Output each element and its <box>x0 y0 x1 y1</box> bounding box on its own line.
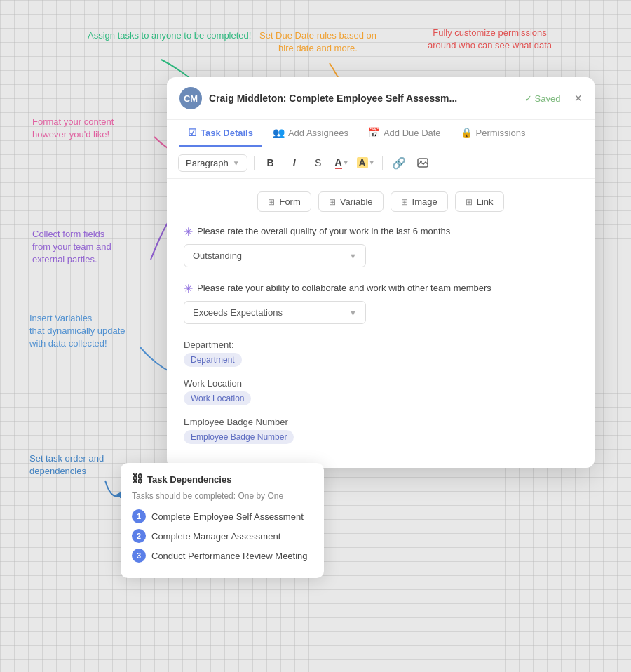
strikethrough-button[interactable]: S <box>308 153 328 173</box>
form-question-1: ✳ Please rate the overall quality of you… <box>184 226 578 238</box>
bold-button[interactable]: B <box>261 153 280 173</box>
insert-bar: ⊞ Form ⊞ Variable ⊞ Image ⊞ Link <box>184 191 578 212</box>
variable-tag-location[interactable]: Work Location <box>184 391 251 405</box>
chevron-down-icon: ▼ <box>233 159 240 167</box>
task-deps-header: ⛓ Task Dependencies <box>132 473 313 485</box>
form-section-2: ✳ Please rate your ability to collaborat… <box>184 283 578 324</box>
form-question-2: ✳ Please rate your ability to collaborat… <box>184 283 578 295</box>
paragraph-select[interactable]: Paragraph ▼ <box>178 154 247 172</box>
chevron-down-icon: ▼ <box>343 159 349 166</box>
task-dep-item-2: 2 Complete Manager Assessment <box>132 529 313 543</box>
required-asterisk-1: ✳ <box>184 225 193 238</box>
form-section-1: ✳ Please rate the overall quality of you… <box>184 226 578 267</box>
task-deps-subtitle: Tasks should be completed: One by One <box>132 491 313 501</box>
modal-title: Craig Middleton: Complete Employee Self … <box>209 93 517 104</box>
variable-label-badge: Employee Badge Number <box>184 417 578 427</box>
insert-image-icon: ⊞ <box>401 197 408 207</box>
highlight-a-button[interactable]: A ▼ <box>356 153 376 173</box>
image-button[interactable] <box>413 153 433 173</box>
due-date-icon: 📅 <box>368 127 380 138</box>
tab-add-due-date[interactable]: 📅 Add Due Date <box>360 120 449 147</box>
modal-content: ⊞ Form ⊞ Variable ⊞ Image ⊞ Link ✳ Pleas… <box>167 179 595 468</box>
variable-label-location: Work Location <box>184 378 578 389</box>
chevron-down-icon: ▼ <box>369 159 375 166</box>
annotation-set-due-date: Set Due Date rules based onhire date and… <box>259 29 376 55</box>
modal-tabs: ☑ Task Details 👥 Add Assignees 📅 Add Due… <box>167 120 595 147</box>
tab-task-details[interactable]: ☑ Task Details <box>179 120 262 147</box>
variable-section-location: Work Location Work Location <box>184 378 578 405</box>
variable-label-department: Department: <box>184 340 578 350</box>
annotation-variables: Insert Variablesthat dynamically updatew… <box>29 312 125 351</box>
task-dependencies-panel: ⛓ Task Dependencies Tasks should be comp… <box>121 463 324 578</box>
variable-section-badge: Employee Badge Number Employee Badge Num… <box>184 417 578 444</box>
annotation-task-order: Set task order anddependencies <box>29 452 104 478</box>
form-select-1[interactable]: Outstanding ▼ <box>184 244 366 267</box>
variable-icon: ⊞ <box>329 197 336 207</box>
tab-add-assignees[interactable]: 👥 Add Assignees <box>264 120 357 147</box>
chevron-down-icon: ▼ <box>349 309 357 317</box>
required-asterisk-2: ✳ <box>184 282 193 295</box>
link-button[interactable]: 🔗 <box>389 153 409 173</box>
task-dep-num-2: 2 <box>132 529 146 543</box>
modal-header: CM Craig Middleton: Complete Employee Se… <box>167 77 595 120</box>
insert-link-icon: ⊞ <box>466 197 473 207</box>
insert-variable-button[interactable]: ⊞ Variable <box>318 191 384 212</box>
task-dep-item-1: 1 Complete Employee Self Assessment <box>132 509 313 523</box>
assignees-icon: 👥 <box>273 127 285 138</box>
task-dep-num-3: 3 <box>132 549 146 563</box>
insert-link-button[interactable]: ⊞ Link <box>455 191 504 212</box>
toolbar-divider-1 <box>254 156 255 170</box>
variable-tag-badge[interactable]: Employee Badge Number <box>184 430 294 444</box>
form-icon: ⊞ <box>268 197 275 207</box>
task-dep-item-3: 3 Conduct Performance Review Meeting <box>132 549 313 563</box>
task-deps-icon: ⛓ <box>132 473 143 485</box>
form-select-2[interactable]: Exceeds Expectations ▼ <box>184 301 366 324</box>
task-dep-num-1: 1 <box>132 509 146 523</box>
annotation-collect: Collect form fieldsfrom your team andext… <box>32 228 111 267</box>
annotation-permissions: Fully customize permissionsaround who ca… <box>428 27 552 52</box>
italic-button[interactable]: I <box>285 153 304 173</box>
annotation-format: Format your contenthowever you'd like! <box>32 116 114 141</box>
avatar: CM <box>179 87 202 109</box>
permissions-icon: 🔒 <box>461 127 473 138</box>
chevron-down-icon: ▼ <box>349 252 357 260</box>
toolbar-divider-2 <box>382 156 383 170</box>
tab-permissions[interactable]: 🔒 Permissions <box>452 120 534 147</box>
underline-a-button[interactable]: A ▼ <box>332 153 352 173</box>
image-icon <box>417 157 428 168</box>
saved-indicator: ✓ Saved <box>524 93 561 104</box>
insert-form-button[interactable]: ⊞ Form <box>257 191 311 212</box>
check-icon: ✓ <box>524 93 532 104</box>
annotation-assign-tasks: Assign tasks to anyone to be completed! <box>88 29 251 42</box>
variable-tag-department[interactable]: Department <box>184 353 242 367</box>
modal-toolbar: Paragraph ▼ B I S A ▼ A ▼ 🔗 <box>167 147 595 179</box>
modal: CM Craig Middleton: Complete Employee Se… <box>167 77 595 468</box>
insert-image-button[interactable]: ⊞ Image <box>391 191 448 212</box>
task-details-icon: ☑ <box>188 127 197 138</box>
variable-section-department: Department: Department <box>184 340 578 367</box>
close-button[interactable]: × <box>574 92 582 105</box>
